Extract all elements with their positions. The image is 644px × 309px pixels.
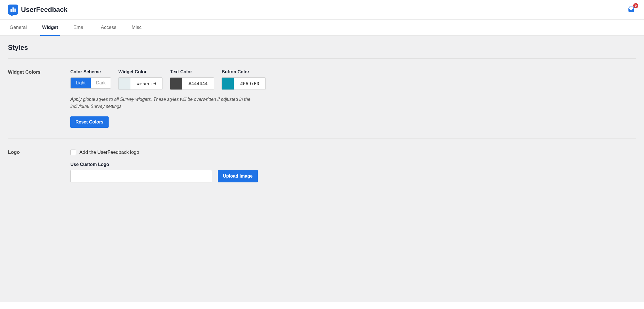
widget-color-swatch[interactable] [119,78,130,89]
widget-color-label: Widget Color [118,69,162,74]
inbox-button[interactable]: 0 [626,5,636,14]
inbox-badge: 0 [633,3,638,8]
widget-color-input [118,77,162,90]
text-color-input [170,77,214,90]
tab-misc[interactable]: Misc [130,20,143,35]
page-title: Styles [8,44,636,52]
button-color-field[interactable] [234,78,265,89]
widget-color-group: Widget Color [118,69,162,90]
color-scheme-toggle: Light Dark [70,77,111,89]
tab-widget[interactable]: Widget [40,20,60,35]
scheme-light-button[interactable]: Light [71,78,91,88]
button-color-group: Button Color [221,69,266,90]
color-scheme-group: Color Scheme Light Dark [70,69,111,90]
text-color-field[interactable] [182,78,214,89]
app-header: UserFeedback 0 [0,0,644,20]
text-color-group: Text Color [170,69,214,90]
text-color-label: Text Color [170,69,214,74]
logo-heading: Logo [8,150,59,155]
widget-color-field[interactable] [130,78,162,89]
chat-bar-icon [8,5,18,15]
content-area: Styles Widget Colors Color Scheme Light … [0,36,644,302]
tab-email[interactable]: Email [72,20,87,35]
widget-colors-heading: Widget Colors [8,69,59,75]
button-color-input [221,77,266,90]
brand-name: UserFeedback [21,6,67,14]
divider [8,58,636,59]
brand-logo[interactable]: UserFeedback [8,5,67,15]
upload-image-button[interactable]: Upload Image [218,170,258,182]
button-color-label: Button Color [221,69,266,74]
widget-colors-help: Apply global styles to all Survey widget… [70,96,263,110]
custom-logo-label: Use Custom Logo [70,162,636,167]
divider [8,138,636,139]
scheme-dark-button[interactable]: Dark [91,78,111,88]
add-logo-label: Add the UserFeedback logo [79,150,139,155]
add-logo-checkbox[interactable] [70,150,76,155]
reset-colors-button[interactable]: Reset Colors [70,116,109,128]
tab-general[interactable]: General [8,20,28,35]
section-widget-colors: Widget Colors Color Scheme Light Dark Wi… [8,69,636,128]
text-color-swatch[interactable] [170,78,182,89]
button-color-swatch[interactable] [222,78,234,89]
settings-tabs: General Widget Email Access Misc [0,20,644,36]
color-scheme-label: Color Scheme [70,69,111,74]
tab-access[interactable]: Access [99,20,118,35]
custom-logo-input[interactable] [70,170,212,182]
section-logo: Logo Add the UserFeedback logo Use Custo… [8,150,636,182]
